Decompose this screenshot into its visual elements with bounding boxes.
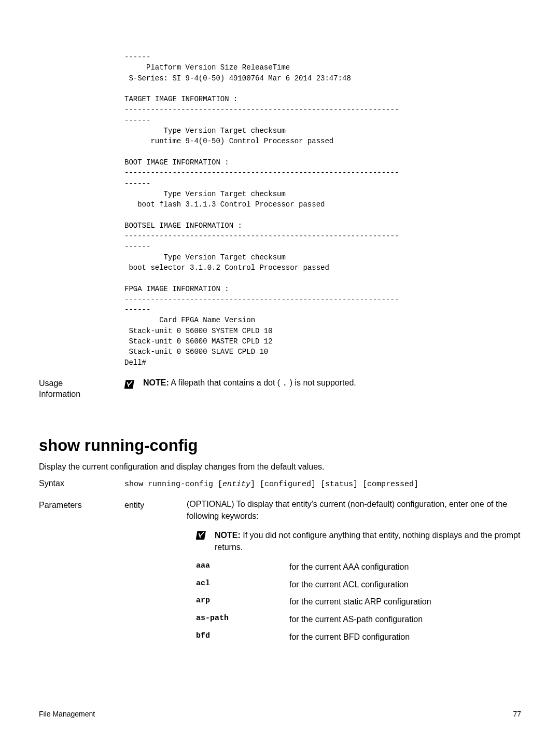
keywords-table: aaa for the current AAA configuration ac… xyxy=(196,561,521,642)
usage-note: NOTE: A filepath that contains a dot ( .… xyxy=(143,378,356,388)
keyword-row: acl for the current ACL configuration xyxy=(196,579,521,590)
section-heading: show running-config xyxy=(39,436,521,455)
footer-right: 77 xyxy=(513,710,521,718)
syntax-code: show running-config [entity] [configured… xyxy=(124,480,418,489)
keyword-name: aaa xyxy=(196,561,289,573)
param-note-text: If you did not configure anything that e… xyxy=(215,531,520,552)
keyword-desc: for the current ACL configuration xyxy=(289,579,521,590)
keyword-name: acl xyxy=(196,579,289,590)
parameter-note: NOTE: If you did not configure anything … xyxy=(196,529,521,553)
parameters-label: Parameters xyxy=(39,498,124,510)
syntax-row: Syntax show running-config [entity] [con… xyxy=(39,479,521,489)
keyword-name: arp xyxy=(196,596,289,608)
syntax-entity: entity xyxy=(222,480,250,489)
keyword-row: bfd for the current BFD configuration xyxy=(196,631,521,643)
usage-label-line1: Usage xyxy=(39,379,63,388)
code-output: ------ Platform Version Size ReleaseTime… xyxy=(124,52,521,368)
syntax-rest: ] [configured] [status] [compressed] xyxy=(250,480,418,489)
parameter-description: (OPTIONAL) To display that entity's curr… xyxy=(187,498,521,522)
section-description: Display the current configuration and di… xyxy=(39,462,521,472)
keyword-name: as-path xyxy=(196,614,289,625)
keyword-row: as-path for the current AS-path configur… xyxy=(196,614,521,625)
syntax-cmd: show running-config [ xyxy=(124,480,222,489)
keyword-row: arp for the current static ARP configura… xyxy=(196,596,521,608)
usage-label-line2: Information xyxy=(39,390,80,398)
entity-label: entity xyxy=(124,498,187,510)
keyword-desc: for the current AS-path configuration xyxy=(289,614,521,625)
footer-left: File Management xyxy=(39,710,95,718)
note-text-a: A filepath that contains a dot ( xyxy=(169,378,283,387)
usage-information-row: Usage Information NOTE: A filepath that … xyxy=(39,378,521,400)
page-footer: File Management 77 xyxy=(39,710,521,718)
note-icon xyxy=(196,530,207,541)
keyword-row: aaa for the current AAA configuration xyxy=(196,561,521,573)
note-dot: . xyxy=(283,379,288,388)
keyword-desc: for the current static ARP configuration xyxy=(289,596,521,608)
usage-label: Usage Information xyxy=(39,378,124,400)
note-icon xyxy=(124,379,136,390)
syntax-label: Syntax xyxy=(39,479,124,488)
keyword-desc: for the current BFD configuration xyxy=(289,631,521,643)
keyword-name: bfd xyxy=(196,631,289,643)
param-note-prefix: NOTE: xyxy=(215,531,241,540)
note-text-b: ) is not supported. xyxy=(287,378,356,387)
note-prefix: NOTE: xyxy=(143,378,169,387)
keyword-desc: for the current AAA configuration xyxy=(289,561,521,573)
parameters-row: Parameters entity (OPTIONAL) To display … xyxy=(39,498,521,649)
